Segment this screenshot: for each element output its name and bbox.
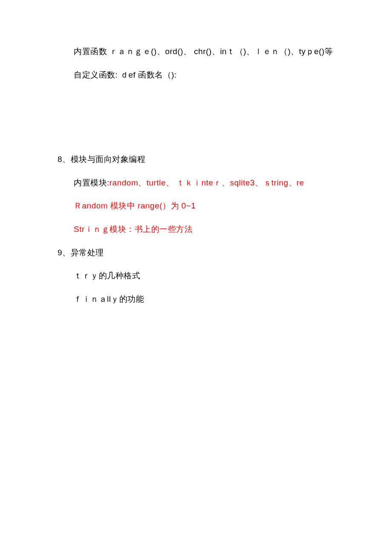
heading-section-9: 9、异常处理 <box>58 247 334 259</box>
paragraph-try-formats: ｔｒｙ的几种格式 <box>58 270 334 282</box>
paragraph-string-module: Strｉｎｇ模块：书上的一些方法 <box>58 224 334 235</box>
text-label: 内置模块: <box>74 178 110 187</box>
text-modules-list: random、turtle、 ｔｋｉnteｒ、sqlite3、ｓtring、re <box>110 178 304 187</box>
paragraph-builtin-modules: 内置模块:random、turtle、 ｔｋｉnteｒ、sqlite3、ｓtri… <box>58 177 334 189</box>
heading-section-8: 8、模块与面向对象编程 <box>58 154 334 165</box>
paragraph-custom-functions: 自定义函数: ｄef 函数名（): <box>58 69 334 81</box>
paragraph-builtin-functions: 内置函数 ｒａｎｇｅ()、ord()、 chr()、inｔ（)、ｌｅｎ（)、ty… <box>58 46 334 58</box>
paragraph-finally: ｆｉｎａllｙ的功能 <box>58 294 334 305</box>
document-content: 内置函数 ｒａｎｇｅ()、ord()、 chr()、inｔ（)、ｌｅｎ（)、ty… <box>58 46 334 317</box>
paragraph-random-module: Ｒandom 模块中 range(）为 0~1 <box>58 200 334 212</box>
